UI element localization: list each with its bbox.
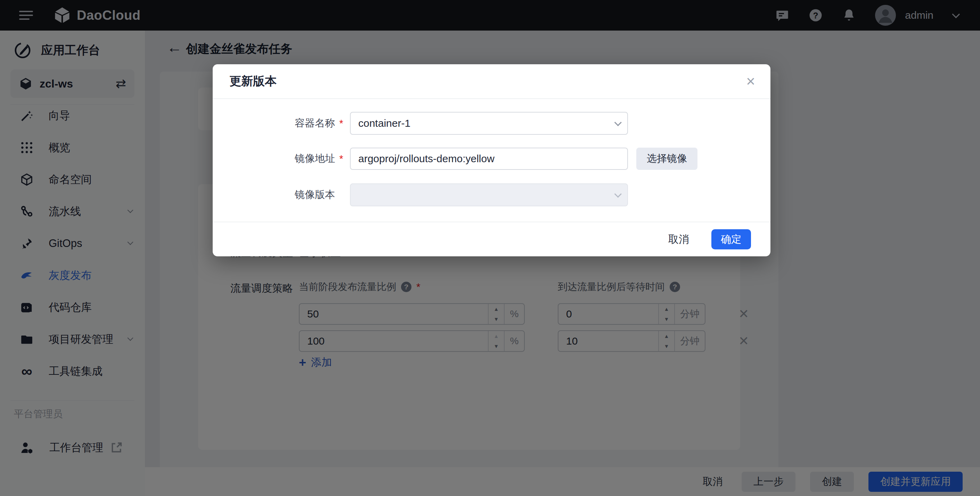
close-icon[interactable]: × (746, 74, 755, 89)
required-asterisk: * (338, 118, 345, 129)
container-name-value: container-1 (358, 118, 614, 129)
image-version-select[interactable] (350, 183, 628, 206)
update-version-modal: 更新版本 × 容器名称 * container-1 镜像地址 * 选择镜像 镜像… (213, 64, 770, 256)
image-version-label: 镜像版本 (213, 188, 335, 202)
chevron-down-icon (614, 190, 622, 198)
required-asterisk: * (338, 153, 345, 165)
modal-footer: 取消 确定 (213, 222, 770, 256)
image-address-field (350, 148, 628, 170)
image-address-label: 镜像地址 (213, 152, 335, 166)
chevron-down-icon (614, 119, 622, 126)
modal-ok-button[interactable]: 确定 (711, 229, 751, 250)
container-name-row: 容器名称 * container-1 (213, 112, 770, 135)
select-image-button[interactable]: 选择镜像 (636, 148, 697, 170)
modal-header: 更新版本 × (213, 64, 770, 99)
modal-title: 更新版本 (229, 73, 746, 89)
image-version-row: 镜像版本 (213, 183, 770, 206)
image-address-input[interactable] (358, 153, 620, 165)
image-address-row: 镜像地址 * 选择镜像 (213, 148, 770, 170)
container-name-label: 容器名称 (213, 116, 335, 130)
container-name-select[interactable]: container-1 (350, 112, 628, 135)
modal-cancel-button[interactable]: 取消 (668, 232, 689, 246)
